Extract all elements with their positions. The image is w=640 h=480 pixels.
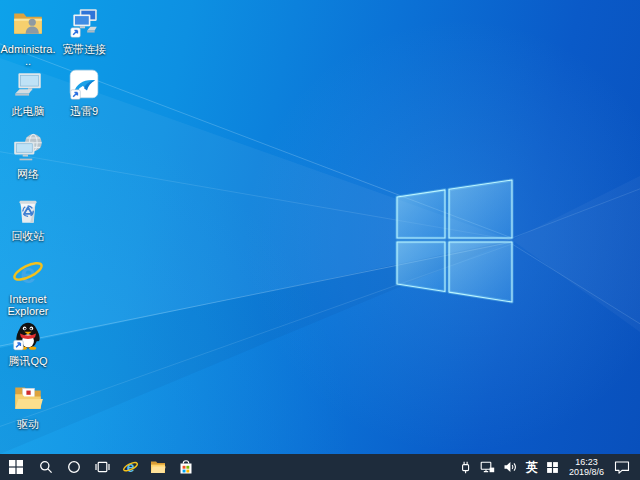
internet-explorer-icon: e xyxy=(122,459,139,476)
xunlei-bird-icon xyxy=(56,68,112,102)
taskbar-internet-explorer[interactable]: e xyxy=(116,454,144,480)
shortcut-arrow-overlay xyxy=(14,340,24,350)
desktop-icon-tencent-qq[interactable]: 腾讯QQ xyxy=(0,318,56,367)
network-tray-button[interactable] xyxy=(476,454,499,480)
shortcut-arrow-overlay xyxy=(71,28,81,38)
taskbar-clock[interactable]: 16:23 2019/8/6 xyxy=(563,457,610,477)
internet-explorer-icon: e xyxy=(0,256,56,290)
ime-language-indicator[interactable]: 英 xyxy=(522,459,542,476)
desktop-icon-this-pc[interactable]: 此电脑 xyxy=(0,68,56,117)
task-view-icon xyxy=(95,460,110,474)
action-center-button[interactable] xyxy=(610,454,634,480)
desktop-icon-administrator[interactable]: Administra... xyxy=(0,6,56,67)
system-tray: 英 16:23 2019/8/6 xyxy=(455,454,640,480)
usb-icon xyxy=(459,460,472,474)
action-center-icon xyxy=(614,460,630,474)
desktop-icon-broadband[interactable]: 宽带连接 xyxy=(56,6,112,55)
task-view-button[interactable] xyxy=(88,454,116,480)
svg-text:e: e xyxy=(126,459,134,475)
volume-tray-button[interactable] xyxy=(499,454,522,480)
clock-date: 2019/8/6 xyxy=(569,467,604,477)
desktop-icon-label: 腾讯QQ xyxy=(0,355,56,367)
desktop-icon-drivers[interactable]: 驱动 xyxy=(0,381,56,430)
ethernet-network-icon xyxy=(480,460,495,474)
network-icon xyxy=(0,131,56,165)
desktop-icon-label: 回收站 xyxy=(0,230,56,242)
clock-time: 16:23 xyxy=(569,457,604,467)
speaker-icon xyxy=(503,460,518,474)
this-pc-icon xyxy=(0,68,56,102)
taskbar-left-group: e xyxy=(0,454,200,480)
drivers-folder-icon xyxy=(0,381,56,415)
desktop-icon-label: 迅雷9 xyxy=(56,105,112,117)
desktop-icon-recycle-bin[interactable]: 回收站 xyxy=(0,193,56,242)
recycle-bin-icon xyxy=(0,193,56,227)
desktop-icon-label: 网络 xyxy=(0,168,56,180)
desktop-surface[interactable]: Administra... 此电脑 xyxy=(0,0,640,454)
ime-grid-icon xyxy=(546,461,559,474)
desktop-icon-label: 宽带连接 xyxy=(56,43,112,55)
file-explorer-icon xyxy=(150,460,166,474)
ime-mode-button[interactable] xyxy=(542,454,563,480)
usb-device-tray-button[interactable] xyxy=(455,454,476,480)
broadband-connection-icon xyxy=(56,6,112,40)
desktop-icon-label: Administra... xyxy=(0,43,56,67)
desktop-icon-label: Internet Explorer xyxy=(0,293,56,317)
cortana-circle-icon xyxy=(67,460,81,474)
svg-text:e: e xyxy=(20,258,35,289)
cortana-button[interactable] xyxy=(60,454,88,480)
search-button[interactable] xyxy=(32,454,60,480)
taskbar-file-explorer[interactable] xyxy=(144,454,172,480)
desktop-icon-internet-explorer[interactable]: e Internet Explorer xyxy=(0,256,56,317)
desktop-icon-label: 驱动 xyxy=(0,418,56,430)
shortcut-arrow-overlay xyxy=(71,90,81,100)
taskbar: e xyxy=(0,454,640,480)
qq-penguin-icon xyxy=(0,318,56,352)
desktop-icon-label: 此电脑 xyxy=(0,105,56,117)
administrator-folder-icon xyxy=(0,6,56,40)
taskbar-microsoft-store[interactable] xyxy=(172,454,200,480)
search-icon xyxy=(39,460,53,474)
windows-logo-icon xyxy=(9,460,23,474)
start-button[interactable] xyxy=(0,454,32,480)
desktop-icon-network[interactable]: 网络 xyxy=(0,131,56,180)
desktop-icon-xunlei[interactable]: 迅雷9 xyxy=(56,68,112,117)
microsoft-store-icon xyxy=(179,460,193,475)
